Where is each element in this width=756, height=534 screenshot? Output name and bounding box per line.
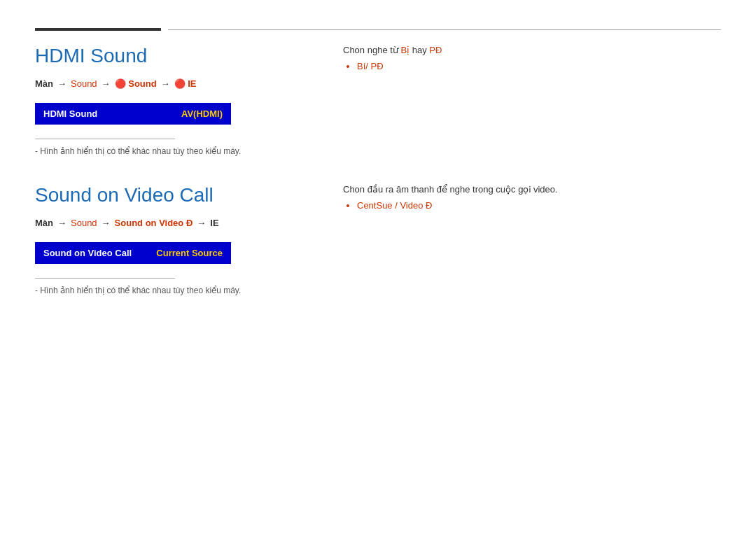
section2-nav: Màn → Sound → Sound on Video Đ → IE	[35, 218, 301, 228]
nav-arrow-2b: →	[102, 218, 111, 228]
hdmi-sound-section: HDMI Sound Màn → Sound → 🔴 Sound → 🔴 IE …	[35, 45, 721, 156]
section1-list-item: Bí/ PĐ	[357, 61, 721, 71]
top-line-dark	[35, 28, 161, 31]
sound-on-video-section: Sound on Video Call Màn → Sound → Sound …	[35, 184, 721, 295]
nav-menu-2: Màn	[35, 218, 53, 228]
panel2-label: Sound on Video Call	[43, 248, 132, 258]
section2-left: Sound on Video Call Màn → Sound → Sound …	[35, 184, 301, 278]
panel1-label: HDMI Sound	[43, 108, 97, 119]
section1-title: HDMI Sound	[35, 45, 301, 67]
list-item-1: Bí/ PĐ	[357, 61, 384, 71]
nav-arrow-1c: →	[161, 78, 170, 89]
section2-list: CentSue / Video Đ	[343, 200, 721, 211]
section1-left: HDMI Sound Màn → Sound → 🔴 Sound → 🔴 IE …	[35, 45, 301, 139]
panel1-value: AV(HDMI)	[181, 108, 223, 119]
panel2-value: Current Source	[156, 248, 223, 258]
nav-sound-2: Sound	[71, 218, 97, 228]
section1-description: Chon nghe từ Bị hay PĐ	[343, 45, 721, 55]
nav-arrow-2a: →	[57, 218, 66, 228]
section2-right: Chon đầu ra âm thanh để nghe trong cuộc …	[301, 184, 721, 278]
hdmi-sound-panel: HDMI Sound AV(HDMI)	[35, 103, 231, 125]
top-bar	[35, 28, 721, 31]
desc-highlight-2: PĐ	[429, 45, 442, 55]
nav-arrow-1b: →	[102, 78, 111, 89]
nav-menu-1: Màn	[35, 78, 53, 89]
sound-on-video-panel: Sound on Video Call Current Source	[35, 242, 231, 264]
section1-right: Chon nghe từ Bị hay PĐ Bí/ PĐ	[301, 45, 721, 139]
section1-divider	[35, 139, 175, 139]
section1-wrapper: HDMI Sound Màn → Sound → 🔴 Sound → 🔴 IE …	[35, 45, 721, 139]
section2-divider	[35, 278, 175, 279]
nav-sound-on-video: Sound on Video Đ	[115, 218, 193, 228]
nav-hdmi-sound: 🔴 Sound	[115, 78, 157, 89]
nav-ie-1: 🔴 IE	[174, 78, 197, 89]
section2-list-item: CentSue / Video Đ	[357, 200, 721, 211]
top-line-light	[168, 29, 721, 30]
nav-sound-1: Sound	[71, 78, 97, 89]
list-item-2: CentSue / Video Đ	[357, 200, 432, 211]
nav-arrow-2c: →	[197, 218, 206, 228]
section2-description: Chon đầu ra âm thanh để nghe trong cuộc …	[343, 184, 721, 195]
section1-footnote: Hình ảnh hiển thị có thể khác nhau tùy t…	[35, 146, 721, 156]
nav-ie-2: IE	[210, 218, 218, 228]
section2-footnote: Hình ảnh hiển thị có thể khác nhau tùy t…	[35, 286, 721, 295]
section2-title: Sound on Video Call	[35, 184, 301, 206]
section1-nav: Màn → Sound → 🔴 Sound → 🔴 IE	[35, 78, 301, 89]
desc-highlight-1: Bị	[400, 45, 410, 55]
section2-wrapper: Sound on Video Call Màn → Sound → Sound …	[35, 184, 721, 278]
section1-list: Bí/ PĐ	[343, 61, 721, 71]
nav-arrow-1a: →	[57, 78, 66, 89]
